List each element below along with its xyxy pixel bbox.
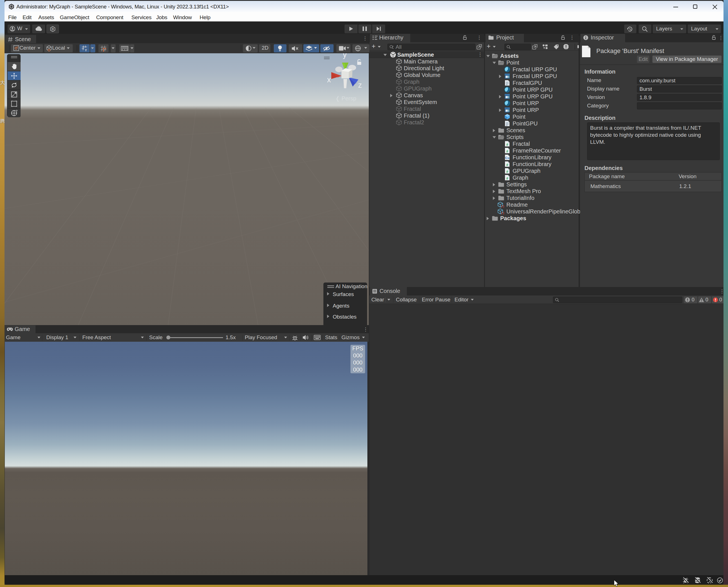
- svg-text:y: y: [343, 53, 347, 59]
- svg-text:Y: Y: [85, 48, 87, 52]
- svg-text:x: x: [327, 75, 331, 84]
- svg-text:D: D: [52, 27, 54, 31]
- svg-text:z: z: [358, 81, 362, 89]
